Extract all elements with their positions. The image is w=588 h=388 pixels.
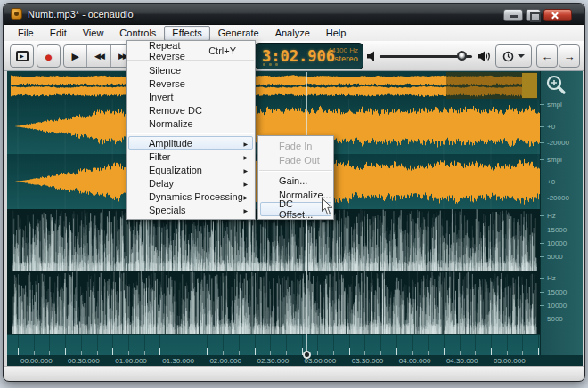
rewind-icon: ◀◀ [94,53,103,61]
scale-tick [540,319,544,319]
toolbar: ▶ ● ▶ ◀◀ ▶▶ 3:02.906 44100 Hz stereo [4,41,584,71]
close-button[interactable] [543,9,572,21]
amplitude-scale-label: +0 [547,178,555,186]
menu-item-gain[interactable]: Gain... [260,174,331,188]
scale-tick [540,215,544,216]
menu-item-label: Silence [149,65,181,76]
play-selection-button[interactable]: ▶ [10,44,34,68]
menu-item-silence[interactable]: Silence [128,63,253,77]
app-icon [11,8,22,20]
submenu-arrow-icon: ▶ [243,194,248,200]
frequency-scale-label: 10000 [547,239,567,247]
menubar-item-file[interactable]: File [10,26,42,41]
channel-mode-label: stereo [328,54,358,63]
frequency-scale-label: 10000 [547,302,567,310]
submenu-arrow-icon: ▶ [243,154,248,160]
scale-tick [540,278,544,279]
record-button[interactable]: ● [37,44,61,68]
play-button[interactable]: ▶ [64,45,87,67]
menu-item-equalization[interactable]: Equalization▶ [128,163,253,176]
menu-item-invert[interactable]: Invert [128,90,253,103]
menubar-item-edit[interactable]: Edit [42,26,75,41]
mouse-cursor [321,198,334,216]
nav-forward-button[interactable]: → [559,44,580,68]
time-readout: 3:02.906 [262,47,335,65]
menu-item-repeat-reverse[interactable]: Repeat ReverseCtrl+Y [128,44,253,57]
desktop: Numb.mp3* - ocenaudio FileEditViewContro… [0,0,588,388]
time-label: 04:00.000 [399,357,431,365]
menu-item-label: Filter [149,151,170,162]
speaker-high-icon [478,50,492,66]
amplitude-scale-label: -20000 [547,194,569,202]
time-label: 01:00.000 [115,357,147,365]
clock-icon [502,51,514,62]
duration-menu-button[interactable] [495,44,532,68]
menubar-item-help[interactable]: Help [318,26,355,41]
scale-tick [540,182,544,182]
menu-item-label: DC Offset... [279,198,323,220]
time-label: 01:30.000 [162,357,194,365]
menu-item-label: Normalize [149,118,193,129]
menubar-item-view[interactable]: View [75,26,112,41]
menu-item-label: Specials [149,205,186,215]
submenu-arrow-icon: ▶ [243,207,248,214]
scale-tick [540,305,544,306]
amplitude-scale-label: -20000 [547,139,569,147]
menu-item-label: Remove DC [149,105,202,116]
submenu-arrow-icon: ▶ [243,167,248,174]
spectrogram-right-channel[interactable] [7,271,540,334]
maximize-button[interactable] [526,9,541,21]
menu-item-filter[interactable]: Filter▶ [128,150,253,163]
frequency-scale-label: Hz [547,274,556,282]
submenu-arrow-icon: ▶ [243,141,248,147]
scale-tick [540,230,544,230]
titlebar[interactable]: Numb.mp3* - ocenaudio [4,4,584,25]
scale-tick [540,292,544,293]
scale-tick [540,159,544,160]
submenu-arrow-icon: ▶ [243,181,248,187]
zoom-magnifier-icon[interactable] [545,74,568,101]
menu-item-label: Equalization [149,165,202,175]
time-display: 3:02.906 44100 Hz stereo [255,43,363,69]
menu-item-label: Invert [149,92,174,102]
nav-back-button[interactable]: ← [536,44,558,68]
scale-tick [540,198,544,198]
frequency-scale-label: 15000 [547,288,567,296]
scale-tick [540,104,544,105]
menu-item-label: Dynamics Processing [149,191,243,202]
sample-rate-label: 44100 Hz [328,46,358,54]
menu-item-remove-dc[interactable]: Remove DC [128,103,253,117]
rewind-button[interactable]: ◀◀ [87,45,110,67]
menubar-item-analyze[interactable]: Analyze [267,26,318,41]
menubar-item-effects[interactable]: Effects [164,26,209,41]
time-label: 02:00.000 [209,357,241,365]
speaker-low-icon [367,50,377,66]
frequency-scale-label: 5000 [547,315,563,323]
timeline-ruler[interactable] [7,334,540,355]
menu-item-label: Repeat Reverse [149,40,208,61]
menu-item-label: Fade In [279,141,312,151]
menu-item-label: Amplitude [149,138,192,149]
minimize-button[interactable] [503,9,523,21]
menu-item-reverse[interactable]: Reverse [128,77,253,90]
window-controls [503,9,572,21]
menu-item-amplitude[interactable]: Amplitude▶ [128,136,253,150]
volume-slider-knob[interactable] [457,51,467,61]
menubar: FileEditViewControlsEffectsGenerateAnaly… [4,25,584,41]
dropdown-caret-icon [518,54,525,58]
scale-tick [540,142,544,143]
menubar-item-generate[interactable]: Generate [210,26,267,41]
menu-item-normalize[interactable]: Normalize [128,117,253,130]
menu-item-specials[interactable]: Specials▶ [128,203,253,216]
menu-item-delay[interactable]: Delay▶ [128,176,253,190]
amplitude-scale-label: smpl [547,101,562,109]
overview-waveform[interactable] [7,72,540,99]
time-label: 00:30.000 [68,357,100,365]
arrow-left-icon: ← [542,50,553,63]
menu-item-dynamics-processing[interactable]: Dynamics Processing▶ [128,190,253,203]
menubar-item-controls[interactable]: Controls [111,26,164,41]
menu-item-label: Gain... [279,175,307,186]
playhead-marker[interactable] [303,351,311,359]
frequency-scale-label: 5000 [547,253,563,261]
scale-tick [540,256,544,257]
